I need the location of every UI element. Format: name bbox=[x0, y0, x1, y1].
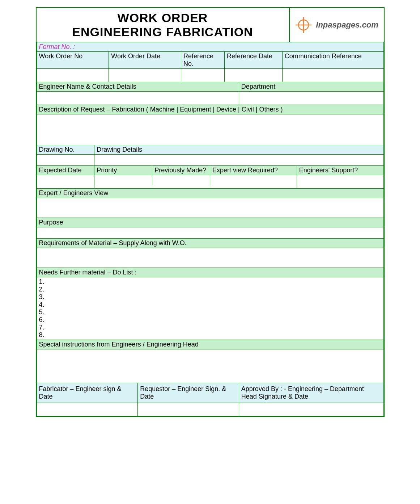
work-order-no-field[interactable] bbox=[37, 69, 109, 82]
requestor-sig-label: Requestor – Engineer Sign. & Date bbox=[138, 383, 239, 403]
work-order-no-label: Work Order No bbox=[37, 52, 109, 69]
reference-no-label: Reference No. bbox=[181, 52, 225, 69]
approved-sig-field[interactable] bbox=[239, 403, 383, 416]
expert-req-label: Expert view Required? bbox=[210, 166, 297, 175]
purpose-label: Purpose bbox=[37, 218, 383, 227]
work-order-form: WORK ORDER ENGINEERING FABRICATION Inpas… bbox=[36, 7, 385, 417]
eng-support-label: Engineers' Support? bbox=[297, 166, 383, 175]
format-no-label: Format No. : bbox=[37, 42, 383, 52]
title-cell: WORK ORDER ENGINEERING FABRICATION bbox=[37, 8, 289, 42]
reference-no-field[interactable] bbox=[181, 69, 225, 82]
expert-view-field[interactable] bbox=[37, 198, 383, 218]
prev-made-label: Previously Made? bbox=[152, 166, 210, 175]
drawing-no-field[interactable] bbox=[37, 155, 94, 166]
priority-label: Priority bbox=[94, 166, 152, 175]
do-list-7: 7. bbox=[39, 324, 381, 331]
priority-field[interactable] bbox=[94, 175, 152, 189]
reference-date-label: Reference Date bbox=[224, 52, 282, 69]
prev-made-field[interactable] bbox=[152, 175, 210, 189]
special-instr-field[interactable] bbox=[37, 349, 383, 383]
do-list-8: 8. bbox=[39, 331, 381, 339]
do-list-4: 4. bbox=[39, 301, 381, 308]
do-list-label: Needs Further material – Do List : bbox=[37, 268, 383, 277]
do-list-1: 1. bbox=[39, 278, 381, 286]
do-list-field[interactable]: 1. 2. 3. 4. 5. 6. 7. 8. bbox=[37, 277, 383, 340]
reference-date-field[interactable] bbox=[224, 69, 282, 82]
department-label: Department bbox=[239, 82, 383, 92]
comm-ref-field[interactable] bbox=[282, 69, 383, 82]
drawing-no-label: Drawing No. bbox=[37, 145, 94, 155]
form-header: WORK ORDER ENGINEERING FABRICATION Inpas… bbox=[37, 8, 384, 42]
fabricator-sig-label: Fabricator – Engineer sign & Date bbox=[37, 383, 138, 403]
engineer-field[interactable] bbox=[37, 92, 239, 105]
department-field[interactable] bbox=[239, 92, 383, 105]
expected-date-label: Expected Date bbox=[37, 166, 94, 175]
expert-view-label: Expert / Engineers View bbox=[37, 189, 383, 198]
expected-date-field[interactable] bbox=[37, 175, 94, 189]
logo-cell: Inpaspages.com bbox=[289, 8, 384, 42]
purpose-field[interactable] bbox=[37, 227, 383, 239]
requestor-sig-field[interactable] bbox=[138, 403, 239, 416]
comm-ref-label: Communication Reference bbox=[282, 52, 383, 69]
form-table: Format No. : Work Order No Work Order Da… bbox=[37, 42, 384, 416]
drawing-details-label: Drawing Details bbox=[94, 145, 383, 155]
do-list-3: 3. bbox=[39, 293, 381, 301]
desc-label: Description of Request – Fabrication ( M… bbox=[37, 105, 383, 114]
work-order-date-label: Work Order Date bbox=[109, 52, 181, 69]
special-instr-label: Special instructions from Engineers / En… bbox=[37, 340, 383, 349]
title-line2: ENGINEERING FABRICATION bbox=[37, 25, 289, 39]
req-material-label: Requirements of Material – Supply Along … bbox=[37, 239, 383, 248]
work-order-date-field[interactable] bbox=[109, 69, 181, 82]
approved-sig-label: Approved By : - Engineering – Department… bbox=[239, 383, 383, 403]
engineer-label: Engineer Name & Contact Details bbox=[37, 82, 239, 92]
do-list-5: 5. bbox=[39, 308, 381, 316]
req-material-field[interactable] bbox=[37, 248, 383, 268]
drawing-details-field[interactable] bbox=[94, 155, 383, 166]
title-line1: WORK ORDER bbox=[37, 11, 289, 25]
logo-text: Inpaspages.com bbox=[316, 20, 378, 30]
eng-support-field[interactable] bbox=[297, 175, 383, 189]
expert-req-field[interactable] bbox=[210, 175, 297, 189]
fabricator-sig-field[interactable] bbox=[37, 403, 138, 416]
do-list-6: 6. bbox=[39, 316, 381, 324]
crosshair-icon bbox=[295, 16, 312, 34]
do-list-2: 2. bbox=[39, 286, 381, 293]
desc-field[interactable] bbox=[37, 114, 383, 145]
